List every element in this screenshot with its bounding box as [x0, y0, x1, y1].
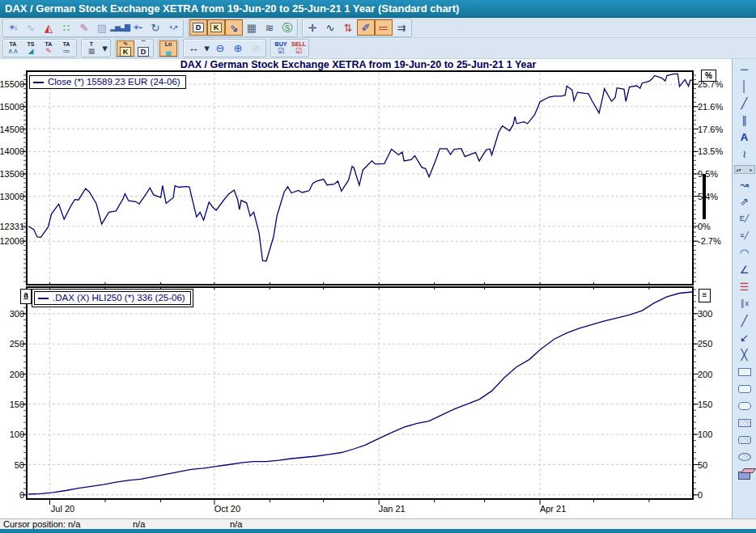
lasso-draw-button[interactable]: ✎ — [75, 19, 93, 36]
window-bottom-edge — [0, 529, 756, 533]
parallel-lines-tool[interactable]: ∥ — [735, 112, 754, 128]
ytick-right-hli250: 100 — [698, 429, 712, 439]
zigzag-list-button[interactable]: ⇉ — [393, 19, 410, 36]
axis-scroll-thumb[interactable] — [703, 174, 706, 219]
ts-mountain-button[interactable]: TS◢ — [22, 40, 40, 57]
mode-group: ∿K‾‾D — [115, 39, 154, 57]
insert-indicator-button[interactable]: ✳↓ — [4, 19, 22, 36]
order-group: BUY☑SELL☑ — [270, 39, 309, 57]
bar-mode-icon: D — [138, 47, 150, 57]
template-grid-icon: ▦ — [88, 48, 96, 55]
crosshatch-tool[interactable]: ╳ — [735, 347, 754, 362]
draw-pencil-button[interactable]: ✐ — [357, 19, 375, 36]
filled-ellipse-tool[interactable] — [735, 449, 754, 464]
ytick-left-price: 14000 — [0, 146, 24, 156]
indicator-lines-button[interactable]: ≋ — [261, 19, 278, 36]
bar-spacing-button[interactable]: ↔ — [185, 40, 202, 57]
zoom-in-icon: ⊕ — [234, 43, 243, 53]
bar-mode-button[interactable]: ‾‾D — [134, 40, 152, 57]
rounded-rect-tool[interactable] — [735, 381, 754, 396]
volume-bars-icon: ▂▅▃▇ — [110, 24, 130, 32]
rectangle-tool[interactable] — [735, 364, 754, 379]
indicator-legend-label: .DAX (X) HLI250 (*) 336 (25-06) — [53, 293, 185, 302]
spacing-caret-button[interactable]: ▾ — [202, 40, 211, 57]
price-series-marker — [33, 82, 44, 83]
gann-grid-tool[interactable]: ║x — [735, 296, 754, 311]
fibonacci-lines-tool[interactable]: ☰ — [735, 279, 754, 294]
axis-splitter[interactable]: ▴▾▸ — [734, 165, 755, 174]
ytick-left-price: 12331 — [0, 222, 24, 231]
zoom-in-button[interactable]: ⊕ — [229, 40, 247, 57]
layers-box-tool-icon — [738, 472, 750, 480]
chart-canvas[interactable]: 12000-2.7%123310%130005.4%135009.5%14000… — [0, 59, 732, 518]
parallel-channel-tool[interactable]: ≡╱ — [735, 228, 754, 243]
area-pattern-button[interactable]: ▨ — [93, 19, 111, 36]
xtick-label: Jul 20 — [51, 504, 74, 514]
ytick-right-hli250: 250 — [698, 339, 712, 349]
diagonal-line-tool[interactable]: ╱ — [735, 313, 754, 328]
grid-toggle-button[interactable]: ▦ — [243, 19, 261, 36]
trend-list-icon: ≔ — [379, 23, 389, 33]
text-tool[interactable]: A — [735, 129, 754, 145]
compare-chart-button[interactable]: ◭ — [40, 19, 57, 36]
vertical-line-tool[interactable]: │ — [735, 78, 754, 94]
candle-chart-button[interactable]: K — [207, 19, 225, 36]
extension-line-tool-icon: ↝ — [740, 180, 749, 190]
filled-round-tool[interactable] — [735, 432, 754, 447]
crosshair-button[interactable]: ✛ — [304, 19, 321, 36]
trendline-disabled-button[interactable]: ∿ — [22, 19, 40, 36]
volume-bars-button[interactable]: ▂▅▃▇ — [111, 19, 129, 36]
line-indicator-button[interactable]: ✳⌁ — [129, 19, 147, 36]
zoom-out-icon: ⊖ — [216, 43, 225, 53]
compress-scale-button[interactable]: ⇘ — [225, 19, 243, 36]
refresh-history-button[interactable]: ↻ — [147, 19, 164, 36]
ytick-right-hli250: 300 — [698, 309, 712, 319]
ta-draw-button[interactable]: TA✎ — [40, 40, 57, 57]
fan-lines-tool[interactable]: ∠ — [735, 262, 754, 277]
trend-list-button[interactable]: ≔ — [375, 19, 393, 36]
capsule-tool-icon — [738, 402, 751, 410]
price-legend[interactable]: Close (*) 15589.23 EUR (24-06) — [29, 75, 186, 89]
regression-tool[interactable]: E╱ — [735, 211, 754, 226]
panel-menu-button[interactable]: ≡ — [699, 289, 711, 302]
draw-group: ✛∿⇅✐≔⇉ — [302, 19, 412, 37]
template-caret-button[interactable]: ▾ — [100, 40, 109, 57]
linked-quotes-button[interactable]: ∷ — [57, 19, 75, 36]
layers-box-tool[interactable] — [735, 466, 754, 481]
daily-chart-button[interactable]: D — [189, 19, 207, 36]
ytick-left-hli250: 200 — [10, 370, 24, 379]
log-scale-button[interactable]: Ln▄ — [159, 40, 177, 57]
autoscale-button[interactable]: a — [20, 289, 32, 304]
window-title-bar[interactable]: DAX / German Stock Exchange XETRA from 1… — [0, 0, 756, 18]
extension-line-tool[interactable]: ↝ — [735, 177, 754, 192]
ytick-left-price: 15000 — [0, 102, 24, 112]
capsule-tool[interactable] — [735, 398, 754, 413]
ytick-left-hli250: 50 — [15, 460, 24, 470]
channel-up-tool[interactable]: ⇗ — [735, 194, 754, 209]
fibonacci-arcs-tool[interactable]: ◠ — [735, 245, 754, 260]
horizontal-line-tool[interactable]: ─ — [735, 61, 754, 77]
filled-rect-tool[interactable] — [735, 415, 754, 430]
sell-order-button[interactable]: SELL☑ — [290, 40, 308, 57]
ta-settings-button[interactable]: TA≔ — [57, 40, 75, 57]
ta-mountain-button[interactable]: TA∧∧ — [4, 40, 22, 57]
buy-sell-signals-button[interactable]: Ⓢ — [278, 19, 296, 36]
ray-fan-tool[interactable]: ↙ — [735, 330, 754, 345]
zoom-reset-button[interactable]: ⊘ — [247, 40, 265, 57]
add-study-button[interactable]: +↗ — [164, 19, 182, 36]
ytick-right-price: 17.6% — [698, 125, 723, 134]
ytick-right-price: -2.7% — [698, 236, 721, 246]
scale-arrows-button[interactable]: ⇅ — [339, 19, 357, 36]
indicator-legend[interactable]: .DAX (X) HLI250 (*) 336 (25-06) — [34, 291, 191, 305]
wave-tool[interactable]: ≀ — [735, 146, 754, 162]
draw-pencil-icon: ✐ — [362, 23, 371, 33]
zoom-out-button[interactable]: ⊖ — [211, 40, 229, 57]
trendline-tool[interactable]: ╱ — [735, 95, 754, 111]
parallel-channel-tool-icon: ≡╱ — [740, 232, 749, 239]
buy-order-button[interactable]: BUY☑ — [272, 40, 290, 57]
line-mode-button[interactable]: ∿K — [117, 40, 134, 57]
zigzag-button[interactable]: ∿ — [321, 19, 339, 36]
ta-settings-icon: ≔ — [63, 48, 70, 55]
xtick-label: Oct 20 — [214, 504, 240, 514]
template-grid-button[interactable]: T▦ — [83, 40, 100, 57]
